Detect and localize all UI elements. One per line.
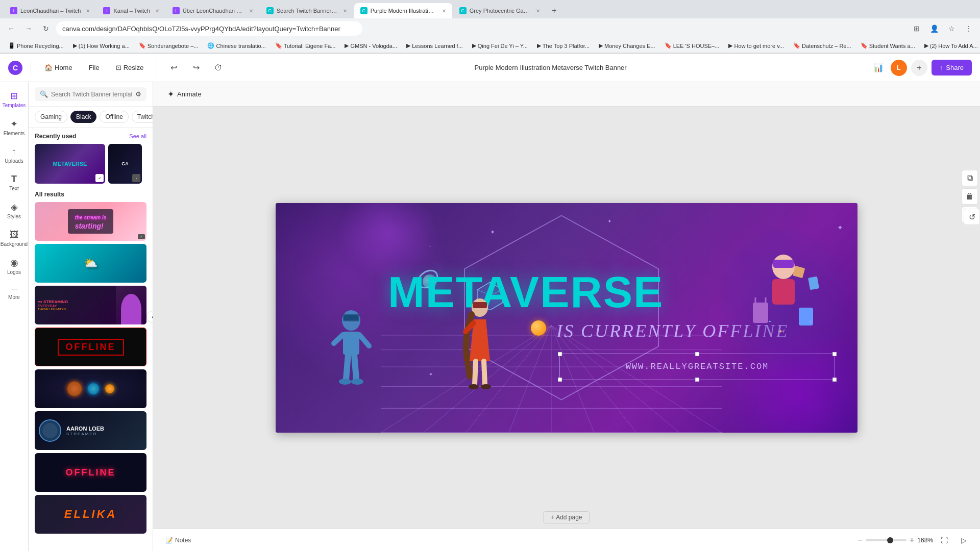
home-button[interactable]: 🏠 Home: [39, 61, 78, 74]
search-input[interactable]: [51, 91, 132, 98]
bookmark-sonder[interactable]: 🔖Sonderangebote –...: [135, 41, 203, 50]
address-input[interactable]: [56, 21, 362, 36]
template-card-anime[interactable]: »» STREAMING EVERYDAY THEME UNLIMITED: [35, 286, 146, 324]
back-button[interactable]: ←: [4, 21, 18, 36]
profile-button[interactable]: 👤: [927, 21, 941, 36]
recent-template-1[interactable]: METAVERSE ✓: [35, 144, 105, 184]
bookmark-top3[interactable]: ▶The Top 3 Platfor...: [533, 41, 594, 50]
template-card-ellika[interactable]: ELLIKA: [35, 495, 146, 534]
sidebar-item-styles[interactable]: ◈ Styles: [2, 197, 27, 223]
tab-close-btn[interactable]: ✕: [155, 8, 159, 14]
analytics-button[interactable]: 📊: [870, 60, 887, 76]
bookmark-gmsn[interactable]: ▶GMSN - Vologda...: [340, 41, 401, 50]
tag-gaming[interactable]: Gaming: [35, 111, 67, 123]
bookmark-qing[interactable]: ▶Qing Fei De Yi – Y...: [468, 41, 532, 50]
animate-button[interactable]: ✦ Animate: [161, 86, 208, 102]
tab-grey-canva[interactable]: C Grey Photocentric Game Nigh... ✕: [453, 3, 546, 18]
uploads-icon: ↑: [12, 146, 16, 157]
sidebar-label-uploads: Uploads: [5, 158, 23, 164]
sidebar-item-uploads[interactable]: ↑ Uploads: [2, 142, 27, 168]
add-people-button[interactable]: +: [911, 60, 927, 76]
tab-close-btn[interactable]: ✕: [249, 8, 253, 14]
bookmark-student[interactable]: 🔖Student Wants a...: [856, 41, 919, 50]
forward-button[interactable]: →: [21, 21, 36, 36]
tag-offline[interactable]: Offline: [100, 111, 128, 123]
metaverse-text[interactable]: METAVERSE: [388, 267, 664, 317]
timer-button[interactable]: ⏱: [210, 60, 227, 76]
bookmark-how-add[interactable]: ▶(2) How To Add A...: [920, 41, 980, 50]
extensions-button[interactable]: ⊞: [910, 21, 924, 36]
all-results-title: All results: [35, 191, 64, 198]
sidebar-item-text[interactable]: T Text: [2, 170, 27, 195]
svg-point-36: [481, 384, 491, 389]
sidebar-item-more[interactable]: ··· More: [2, 281, 27, 304]
filter-icon[interactable]: ⚙: [135, 90, 141, 98]
zoom-slider[interactable]: [866, 539, 906, 541]
trash-button[interactable]: 🗑: [962, 188, 978, 205]
tab-close-btn[interactable]: ✕: [343, 8, 347, 14]
zoom-in-button[interactable]: +: [910, 536, 914, 545]
template-card-space[interactable]: [35, 369, 146, 408]
template-card-offline-pink[interactable]: OFFLINE: [35, 453, 146, 492]
search-icon: 🔍: [40, 90, 48, 98]
design-canvas[interactable]: ✦ ✦ + ✦ + ✦ ✦: [276, 203, 857, 433]
handle-tm: [695, 352, 699, 356]
bookmark-button[interactable]: ☆: [944, 21, 959, 36]
tab-search-canva[interactable]: C Search Twitch Banner – Canva ✕: [260, 3, 353, 18]
fullscreen-button[interactable]: ⛶: [936, 532, 952, 548]
notes-button[interactable]: 📝 Notes: [161, 535, 195, 546]
sidebar-item-templates[interactable]: ⊞ Templates: [2, 86, 27, 112]
tab-close-btn[interactable]: ✕: [442, 8, 446, 14]
bookmark-lessons[interactable]: ▶Lessons Learned f...: [402, 41, 467, 50]
bookmark-working[interactable]: ▶(1) How Working a...: [69, 41, 134, 50]
recent-template-2[interactable]: GA ›: [108, 144, 142, 184]
settings-button[interactable]: ⋮: [962, 21, 976, 36]
sidebar-item-background[interactable]: 🖼 Background: [2, 226, 27, 251]
template-card-starting[interactable]: the stream is starting! ✓: [35, 202, 146, 241]
redo-button[interactable]: ↪: [188, 60, 204, 76]
present-button[interactable]: ▷: [955, 532, 972, 548]
all-results-header: All results: [35, 191, 146, 198]
tab-purple-canva[interactable]: C Purple Modern Illustration Me... ✕: [354, 3, 452, 18]
see-all-button[interactable]: See all: [129, 133, 146, 139]
tab-uber-twitch[interactable]: t Über LeonChaudhari – Twitch ✕: [166, 3, 259, 18]
template-card-offline-red[interactable]: OFFLINE: [35, 328, 146, 366]
svg-rect-22: [344, 315, 358, 320]
new-tab-button[interactable]: +: [547, 4, 561, 18]
bookmark-chinese[interactable]: 🌐Chinese translatio...: [203, 41, 270, 50]
browser-chrome: t LeonChaudhari – Twitch ✕ t Kanal – Twi…: [0, 0, 980, 54]
refresh-button[interactable]: ↻: [39, 21, 53, 36]
refresh-canvas-button[interactable]: ↺: [964, 209, 980, 225]
zoom-out-button[interactable]: −: [858, 536, 863, 545]
canva-app: C 🏠 Home File ⊡ Resize ↩ ↪ ⏱ Purple Mode…: [0, 54, 980, 551]
bookmark-lee[interactable]: 🔖LEE 'S HOUSE–...: [660, 41, 724, 50]
file-button[interactable]: File: [84, 61, 105, 74]
sidebar-item-logos[interactable]: ◉ Logos: [2, 253, 27, 279]
resize-button[interactable]: ⊡ Resize: [111, 61, 149, 74]
share-button[interactable]: ↑ Share: [932, 60, 972, 76]
undo-button[interactable]: ↩: [165, 60, 182, 76]
tab-close-btn[interactable]: ✕: [86, 8, 90, 14]
add-page-button[interactable]: + Add page: [543, 511, 590, 523]
user-avatar[interactable]: L: [891, 60, 907, 76]
sidebar-item-elements[interactable]: ✦ Elements: [2, 114, 27, 140]
canva-logo[interactable]: C: [8, 61, 22, 75]
bookmark-datenschutz[interactable]: 🔖Datenschutz – Re...: [789, 41, 855, 50]
bookmark-more-views[interactable]: ▶How to get more v...: [724, 41, 788, 50]
bookmark-money[interactable]: ▶Money Changes E...: [595, 41, 659, 50]
copy-button[interactable]: ⧉: [962, 170, 978, 186]
bookmark-phone[interactable]: 📱Phone Recycling...: [4, 41, 68, 50]
template-card-teal[interactable]: ⛅: [35, 244, 146, 283]
bookmark-tutorial[interactable]: 🔖Tutorial: Eigene Fa...: [271, 41, 340, 50]
tab-close-btn[interactable]: ✕: [536, 8, 540, 14]
handle-bl: [558, 378, 562, 382]
svg-rect-39: [772, 279, 795, 305]
tab-kanal-twitch[interactable]: t Kanal – Twitch ✕: [97, 3, 165, 18]
canvas-container[interactable]: ⧉ 🗑 ↗ ↺ ✦ ✦ +: [153, 107, 980, 529]
template-card-aaron[interactable]: AARON LOEB STREAMER: [35, 411, 146, 450]
panel-content: Recently used See all METAVERSE ✓ GA › A…: [29, 128, 153, 551]
tab-leonchaudhari-twitch[interactable]: t LeonChaudhari – Twitch ✕: [4, 3, 96, 18]
svg-rect-40: [753, 303, 768, 323]
tag-black[interactable]: Black: [70, 111, 96, 123]
tag-twitch-banner[interactable]: Twitch bann...: [132, 111, 153, 123]
